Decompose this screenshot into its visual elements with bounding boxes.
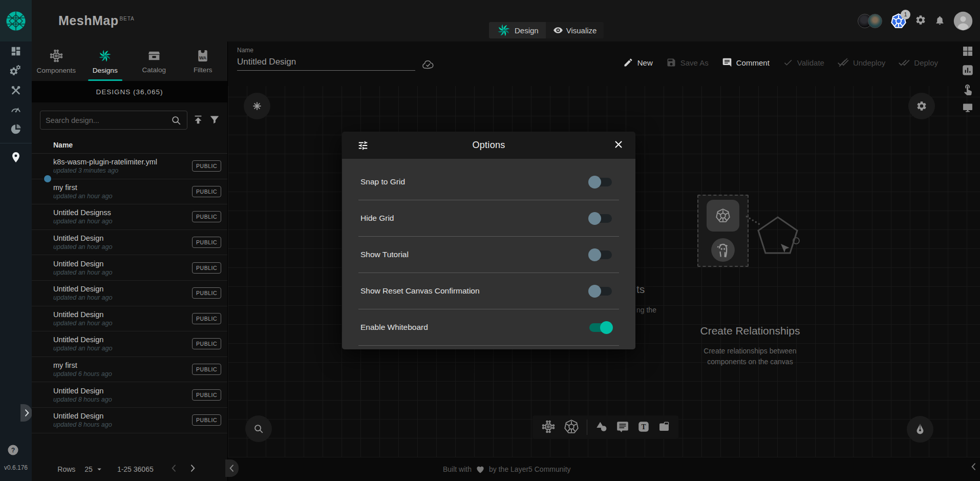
design-row-text: Untitled Design updated 8 hours ago	[53, 387, 112, 403]
rows-per-page-select[interactable]: 25	[84, 465, 104, 474]
filter-button[interactable]	[209, 114, 220, 127]
dock-chip-button[interactable]	[541, 419, 556, 436]
option-label: Snap to Grid	[358, 177, 405, 186]
nav-extensions[interactable]	[0, 119, 32, 139]
save-icon	[666, 57, 676, 68]
rail-grid4-button[interactable]	[962, 45, 974, 59]
wasm-icon: WA	[196, 49, 210, 63]
rail-touch-button[interactable]	[962, 83, 974, 97]
option-label: Hide Grid	[358, 214, 394, 223]
pen-tool-button[interactable]	[907, 416, 933, 443]
layer5-logo[interactable]	[0, 0, 32, 41]
help-icon: ?	[7, 444, 19, 456]
dock-k8swheel-button[interactable]	[564, 419, 579, 436]
toggle-show-tutorial[interactable]	[589, 250, 612, 259]
help-button[interactable]: ?	[7, 444, 19, 456]
grid4-icon	[962, 45, 974, 57]
search-input[interactable]	[46, 116, 171, 124]
toggle-enable-whiteboard[interactable]	[589, 323, 612, 332]
pen-nib-icon	[913, 423, 927, 436]
design-row[interactable]: Untitled Design updated an hour ago PUBL…	[32, 255, 227, 281]
design-row[interactable]: my first updated 6 hours ago PUBLIC	[32, 357, 227, 383]
tab-label: Catalog	[142, 66, 166, 74]
toggle-snap-to-grid[interactable]	[589, 178, 612, 186]
dock-texttool-button[interactable]: T	[637, 420, 650, 435]
chevron-left-icon	[169, 463, 179, 473]
design-row-text: my first updated 6 hours ago	[53, 361, 112, 378]
design-updated: updated an hour ago	[53, 269, 112, 276]
dock-shapes-button[interactable]	[595, 420, 608, 435]
dock-media-button[interactable]	[658, 421, 670, 434]
collaborator-avatars[interactable]	[858, 14, 882, 28]
save-as-button[interactable]: Save As	[666, 57, 709, 68]
new-button[interactable]: New	[623, 57, 653, 68]
import-design-button[interactable]	[193, 114, 204, 127]
rail-chartsq-button[interactable]	[961, 64, 974, 78]
toggle-knob	[588, 248, 601, 261]
comment-button[interactable]: Comment	[722, 57, 770, 68]
nav-performance[interactable]	[0, 100, 32, 119]
options-modal-title: Options	[342, 140, 635, 151]
nav-lifecycle[interactable]	[0, 61, 32, 80]
next-page-button[interactable]	[183, 463, 202, 475]
toggle-hide-grid[interactable]	[589, 214, 612, 223]
zoom-button[interactable]	[245, 415, 272, 442]
design-row[interactable]: Untitled Design updated an hour ago PUBL…	[32, 230, 227, 256]
design-updated: updated 6 hours ago	[53, 370, 112, 378]
collapse-right-button[interactable]	[969, 462, 979, 473]
tab-components[interactable]: Components	[32, 41, 81, 81]
tab-filters[interactable]: WAFilters	[179, 41, 228, 81]
canvas-settings-button[interactable]	[908, 93, 935, 119]
mode-tab-visualize[interactable]: Visualize	[546, 22, 604, 38]
prev-page-button[interactable]	[165, 463, 183, 475]
canvas-quick-button[interactable]	[244, 93, 270, 119]
nav-meshmap[interactable]	[0, 148, 32, 167]
touch-icon	[962, 83, 974, 95]
design-name-input[interactable]	[237, 56, 415, 71]
design-row-text: my first updated an hour ago	[53, 183, 112, 200]
toggle-knob	[588, 176, 601, 189]
dock-commentsq-button[interactable]	[616, 420, 629, 435]
design-row[interactable]: Untitled Design updated an hour ago PUBL…	[32, 306, 227, 332]
chevron-left-icon	[227, 463, 237, 473]
toggle-show-reset-canvas-confirmation[interactable]	[589, 287, 612, 296]
gear-icon	[915, 14, 926, 26]
mode-tab-design[interactable]: Design	[489, 22, 546, 38]
design-row-text: Untitled Design updated 8 hours ago	[53, 412, 112, 428]
meshery-mascot-tile	[710, 237, 736, 263]
design-row[interactable]: Untitled Design updated 8 hours ago PUBL…	[32, 382, 227, 408]
settings-button[interactable]	[915, 14, 926, 27]
profile-avatar[interactable]	[953, 11, 973, 31]
visibility-badge: PUBLIC	[192, 186, 221, 197]
tab-catalog[interactable]: Catalog	[130, 41, 179, 81]
version-label: v0.6.176	[0, 464, 32, 471]
design-row[interactable]: Untitled Designss updated an hour ago PU…	[32, 204, 227, 230]
avatar[interactable]	[868, 14, 882, 28]
header-actions: 1	[858, 0, 973, 41]
close-modal-button[interactable]	[613, 139, 624, 152]
deploy-button[interactable]: Deploy	[899, 57, 938, 68]
kubernetes-context-button[interactable]: 1	[890, 13, 907, 29]
design-name: my first	[53, 183, 112, 192]
design-row[interactable]: Untitled Design updated an hour ago PUBL…	[32, 331, 227, 357]
design-row-text: Untitled Design updated an hour ago	[53, 260, 112, 276]
design-row-text: Untitled Design updated an hour ago	[53, 336, 112, 352]
design-name-field: Name	[237, 47, 415, 71]
design-updated: updated an hour ago	[53, 294, 112, 301]
design-updated: updated an hour ago	[53, 345, 112, 352]
design-row[interactable]: my first updated an hour ago PUBLIC	[32, 179, 227, 205]
tab-designs[interactable]: Designs	[81, 41, 130, 81]
validate-button[interactable]: Validate	[783, 57, 824, 68]
rail-screen-button[interactable]	[962, 101, 974, 115]
gear-icon	[916, 100, 927, 112]
design-row[interactable]: Untitled Design updated 8 hours ago PUBL…	[32, 408, 227, 433]
notifications-button[interactable]	[934, 15, 945, 27]
collapse-left-button[interactable]	[225, 459, 239, 477]
design-row[interactable]: Untitled Design updated an hour ago PUBL…	[32, 281, 227, 306]
nav-configuration[interactable]	[0, 80, 32, 100]
nav-dashboard[interactable]	[0, 41, 32, 61]
chartsq-icon	[961, 64, 974, 77]
undeploy-button[interactable]: Undeploy	[838, 57, 885, 68]
design-name: Untitled Designss	[53, 208, 112, 217]
design-row[interactable]: k8s-wasm-plugin-ratelimiter.yml updated …	[32, 154, 227, 179]
